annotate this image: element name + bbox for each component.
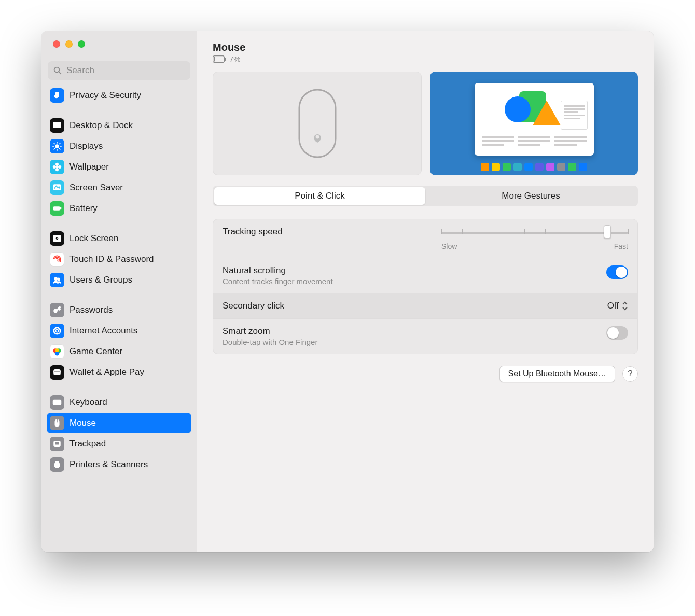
- sidebar-item-label: Wallet & Apple Pay: [70, 367, 144, 377]
- help-button[interactable]: ?: [622, 366, 638, 382]
- sidebar-item-privacy-security[interactable]: Privacy & Security: [47, 85, 191, 106]
- tab-point-click[interactable]: Point & Click: [214, 187, 425, 205]
- svg-point-13: [56, 166, 59, 169]
- battery-status: 7%: [213, 54, 638, 63]
- svg-rect-48: [225, 58, 226, 61]
- brightness-icon: [50, 139, 64, 153]
- key-icon: [50, 303, 64, 317]
- footer-row: Set Up Bluetooth Mouse… ?: [213, 366, 638, 382]
- svg-rect-19: [53, 207, 60, 210]
- svg-point-4: [55, 145, 59, 148]
- close-window-button[interactable]: [53, 40, 60, 48]
- sidebar-item-desktop-dock[interactable]: Desktop & Dock: [47, 115, 191, 136]
- svg-point-14: [56, 163, 59, 166]
- setup-bluetooth-button[interactable]: Set Up Bluetooth Mouse…: [499, 366, 615, 382]
- at-icon: [50, 324, 64, 338]
- secondary-click-label: Secondary click: [223, 301, 284, 311]
- settings-window: Privacy & SecurityDesktop & DockDisplays…: [41, 31, 654, 552]
- sidebar-item-screen-saver[interactable]: Screen Saver: [47, 177, 191, 198]
- sidebar-item-lock-screen[interactable]: Lock Screen: [47, 228, 191, 249]
- battery-icon: [213, 55, 226, 63]
- wallet-icon: [50, 365, 64, 380]
- fingerprint-icon: [50, 252, 64, 267]
- chevron-up-down-icon: [622, 301, 628, 311]
- sidebar-item-battery[interactable]: Battery: [47, 198, 191, 219]
- gamecenter-icon: [50, 344, 64, 359]
- preview-row: [213, 72, 638, 175]
- sidebar-item-label: Passwords: [70, 305, 113, 315]
- svg-marker-52: [533, 101, 561, 125]
- sidebar-item-label: Lock Screen: [70, 233, 119, 244]
- slider-max-label: Fast: [614, 242, 628, 250]
- search-icon: [53, 66, 62, 75]
- sidebar-item-mouse[interactable]: Mouse: [47, 413, 191, 433]
- tab-more-gestures[interactable]: More Gestures: [425, 187, 636, 205]
- tracking-slider[interactable]: Slow Fast: [441, 227, 628, 250]
- svg-line-10: [60, 149, 61, 150]
- settings-group: Tracking speed Slow Fast: [213, 219, 638, 354]
- svg-rect-37: [58, 401, 59, 402]
- smart-zoom-toggle[interactable]: [606, 326, 628, 340]
- svg-rect-20: [60, 208, 61, 209]
- titlebar: [41, 31, 197, 57]
- battery-icon: [50, 201, 64, 216]
- minimize-window-button[interactable]: [65, 40, 73, 48]
- natural-scrolling-label: Natural scrolling: [223, 265, 333, 276]
- screensaver-icon: [50, 180, 64, 195]
- svg-rect-3: [54, 127, 60, 128]
- sidebar-item-passwords[interactable]: Passwords: [47, 300, 191, 320]
- sidebar-item-game-center[interactable]: Game Center: [47, 341, 191, 362]
- page-title: Mouse: [213, 41, 638, 53]
- svg-rect-39: [55, 403, 59, 404]
- search-input[interactable]: [66, 65, 185, 76]
- gesture-preview: [430, 72, 638, 175]
- tab-control[interactable]: Point & ClickMore Gestures: [213, 186, 638, 206]
- sidebar-item-label: Mouse: [70, 418, 96, 428]
- lock-icon: [50, 231, 64, 246]
- flower-icon: [50, 160, 64, 174]
- sidebar-item-internet-accounts[interactable]: Internet Accounts: [47, 320, 191, 341]
- svg-rect-35: [54, 401, 55, 402]
- sidebar-item-label: Game Center: [70, 346, 122, 357]
- svg-point-24: [58, 278, 60, 281]
- main-header: Mouse 7%: [197, 31, 654, 66]
- tracking-speed-row: Tracking speed Slow Fast: [213, 219, 637, 258]
- tracking-speed-label: Tracking speed: [223, 227, 283, 237]
- sidebar-item-label: Screen Saver: [70, 183, 123, 193]
- secondary-click-row[interactable]: Secondary click Off: [213, 293, 637, 319]
- sidebar-list[interactable]: Privacy & SecurityDesktop & DockDisplays…: [41, 84, 197, 552]
- sidebar-item-touch-id[interactable]: Touch ID & Password: [47, 249, 191, 270]
- svg-line-11: [54, 149, 55, 150]
- svg-point-27: [55, 329, 58, 332]
- sidebar-item-printers-scanners[interactable]: Printers & Scanners: [47, 454, 191, 475]
- svg-point-31: [55, 348, 59, 352]
- search-field[interactable]: [48, 61, 190, 80]
- smart-zoom-row: Smart zoom Double-tap with One Finger: [213, 319, 637, 354]
- users-icon: [50, 273, 64, 287]
- svg-line-12: [60, 143, 61, 144]
- sidebar-item-keyboard[interactable]: Keyboard: [47, 392, 191, 413]
- sidebar-item-displays[interactable]: Displays: [47, 136, 191, 157]
- zoom-window-button[interactable]: [78, 40, 85, 48]
- svg-point-17: [59, 166, 61, 169]
- tracking-slider-knob[interactable]: [604, 225, 611, 239]
- svg-point-26: [53, 327, 61, 334]
- secondary-click-select[interactable]: Off: [607, 301, 628, 311]
- smart-zoom-label: Smart zoom: [223, 326, 317, 337]
- natural-scrolling-sub: Content tracks finger movement: [223, 277, 333, 286]
- svg-rect-33: [54, 371, 60, 372]
- sidebar-item-label: Printers & Scanners: [70, 459, 148, 470]
- svg-rect-46: [55, 466, 59, 468]
- sidebar-item-trackpad[interactable]: Trackpad: [47, 433, 191, 454]
- main-pane: Mouse 7%: [197, 31, 654, 552]
- svg-rect-38: [59, 401, 60, 402]
- sidebar-item-label: Keyboard: [70, 397, 107, 408]
- sidebar-item-wallet-apple-pay[interactable]: Wallet & Apple Pay: [47, 362, 191, 383]
- natural-scrolling-row: Natural scrolling Content tracks finger …: [213, 258, 637, 293]
- natural-scrolling-toggle[interactable]: [606, 265, 628, 279]
- sidebar-item-wallpaper[interactable]: Wallpaper: [47, 157, 191, 177]
- svg-line-1: [59, 72, 61, 74]
- sidebar-item-label: Users & Groups: [70, 275, 132, 285]
- svg-rect-43: [55, 442, 60, 445]
- sidebar-item-users-groups[interactable]: Users & Groups: [47, 270, 191, 290]
